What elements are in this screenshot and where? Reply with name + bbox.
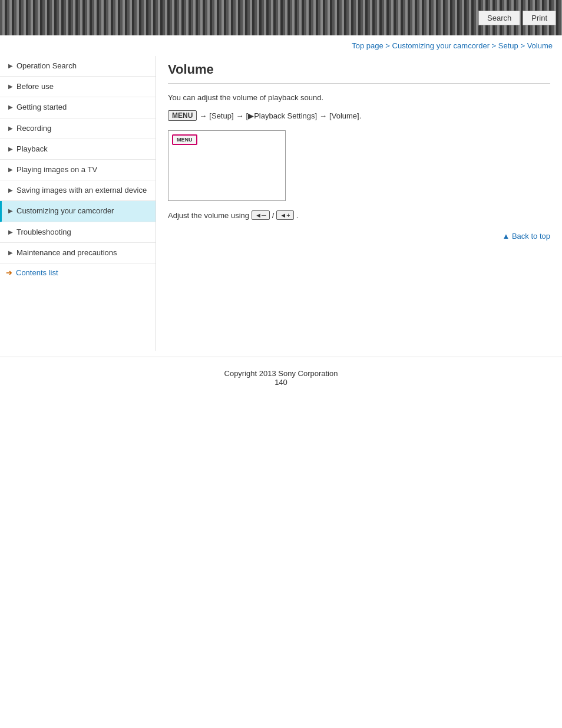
slash: / xyxy=(272,211,275,220)
sidebar-item-label: Getting started xyxy=(16,102,67,113)
print-button[interactable]: Print xyxy=(523,11,556,25)
sidebar-item-getting-started[interactable]: ▶ Getting started xyxy=(0,97,156,118)
chevron-icon: ▶ xyxy=(8,207,13,215)
back-to-top-link[interactable]: ▲ Back to top xyxy=(502,232,550,241)
vol-plus-icon: ◄+ xyxy=(280,212,290,219)
chevron-icon: ▶ xyxy=(8,103,13,111)
setup-text: [Setup] xyxy=(209,111,233,120)
main-content: Volume You can adjust the volume of play… xyxy=(156,56,562,252)
sidebar-item-label: Customizing your camcorder xyxy=(16,206,114,216)
sidebar-item-label: Before use xyxy=(16,81,54,92)
breadcrumb-sep2: > xyxy=(490,41,498,50)
sidebar-item-before-use[interactable]: ▶ Before use xyxy=(0,77,156,97)
adjust-text: Adjust the volume using xyxy=(168,211,249,220)
search-button[interactable]: Search xyxy=(478,11,520,25)
breadcrumb-setup[interactable]: Setup xyxy=(498,41,518,50)
page-number: 140 xyxy=(275,378,287,387)
sidebar-item-troubleshooting[interactable]: ▶ Troubleshooting xyxy=(0,222,156,243)
sidebar-item-label: Playing images on a TV xyxy=(16,164,97,175)
breadcrumb-sep3: > xyxy=(518,41,527,50)
vol-plus-key: ◄+ xyxy=(276,210,293,220)
menu-instruction: MENU → [Setup] → [▶Playback Settings] → … xyxy=(168,110,550,121)
page-title: Volume xyxy=(168,62,550,84)
chevron-icon: ▶ xyxy=(8,166,13,174)
sidebar-item-recording[interactable]: ▶ Recording xyxy=(0,118,156,139)
chevron-icon: ▶ xyxy=(8,83,13,91)
vol-minus-icon: ◄─ xyxy=(255,212,266,219)
sidebar-item-label: Recording xyxy=(16,123,51,134)
playback-settings-text: [▶Playback Settings] xyxy=(246,111,318,120)
sidebar-item-label: Saving images with an external device xyxy=(16,185,147,196)
layout: ▶ Operation Search ▶ Before use ▶ Gettin… xyxy=(0,56,562,351)
chevron-icon: ▶ xyxy=(8,186,13,195)
contents-list-link[interactable]: ➔ Contents list xyxy=(0,263,156,282)
volume-adjust-instruction: Adjust the volume using ◄─ / ◄+ . xyxy=(168,210,550,220)
arrow1: → xyxy=(199,111,207,120)
chevron-icon: ▶ xyxy=(8,145,13,153)
breadcrumb-volume[interactable]: Volume xyxy=(527,41,553,50)
sidebar-item-playing-images-on-tv[interactable]: ▶ Playing images on a TV xyxy=(0,160,156,180)
breadcrumb-top-page[interactable]: Top page xyxy=(352,41,384,50)
description-text: You can adjust the volume of playback so… xyxy=(168,93,550,102)
back-to-top-row: ▲ Back to top xyxy=(168,232,550,241)
sidebar-item-saving-images[interactable]: ▶ Saving images with an external device xyxy=(0,180,156,201)
header-buttons: Search Print xyxy=(478,11,556,25)
screenshot-box: MENU xyxy=(168,130,286,201)
period: . xyxy=(296,211,299,220)
arrow2: → xyxy=(236,111,244,120)
footer: Copyright 2013 Sony Corporation 140 xyxy=(0,357,562,398)
sidebar-item-playback[interactable]: ▶ Playback xyxy=(0,139,156,160)
contents-list-label[interactable]: Contents list xyxy=(16,268,58,277)
volume-text: [Volume]. xyxy=(329,111,361,120)
copyright-text: Copyright 2013 Sony Corporation xyxy=(224,369,338,378)
sidebar-item-label: Operation Search xyxy=(16,61,77,71)
sidebar-item-customizing[interactable]: ▶ Customizing your camcorder xyxy=(0,201,156,222)
breadcrumb-sep1: > xyxy=(384,41,392,50)
chevron-icon: ▶ xyxy=(8,62,13,70)
sidebar-item-label: Maintenance and precautions xyxy=(16,248,117,258)
breadcrumb: Top page > Customizing your camcorder > … xyxy=(0,35,562,56)
sidebar-item-label: Playback xyxy=(16,144,48,154)
chevron-icon: ▶ xyxy=(8,249,13,257)
arrow-icon: ➔ xyxy=(6,268,12,277)
menu-button-sim: MENU xyxy=(172,134,197,145)
sidebar-item-label: Troubleshooting xyxy=(16,227,71,238)
sidebar-item-maintenance[interactable]: ▶ Maintenance and precautions xyxy=(0,243,156,263)
chevron-icon: ▶ xyxy=(8,228,13,236)
menu-key: MENU xyxy=(168,110,197,121)
sidebar-item-operation-search[interactable]: ▶ Operation Search xyxy=(0,56,156,77)
vol-minus-key: ◄─ xyxy=(252,210,270,220)
sidebar: ▶ Operation Search ▶ Before use ▶ Gettin… xyxy=(0,56,156,351)
chevron-icon: ▶ xyxy=(8,124,13,133)
header: Search Print xyxy=(0,0,562,35)
breadcrumb-customizing[interactable]: Customizing your camcorder xyxy=(392,41,490,50)
arrow3: → xyxy=(319,111,327,120)
